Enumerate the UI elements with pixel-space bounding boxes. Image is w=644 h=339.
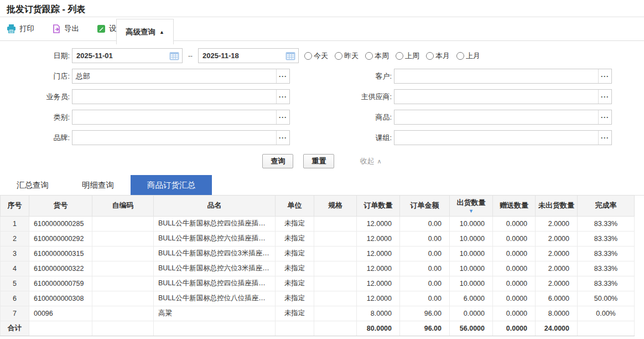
table-row[interactable]: 16100000000285BULL公牛新国标总控四位插座插排插...未指定12… [1, 216, 635, 231]
col-header-shipped-qty[interactable]: 出货数量 ▼ [450, 196, 493, 216]
collapse-label: 收起 [360, 156, 374, 166]
total-shipped-qty-cell: 56.0000 [450, 321, 493, 336]
filter-field-store: 门店:··· [0, 69, 322, 84]
order-amount-cell: 0.00 [400, 246, 450, 261]
customer-input[interactable] [394, 69, 598, 83]
col-header-index[interactable]: 序号 [1, 196, 29, 216]
quick-range-today[interactable]: 今天 [304, 51, 328, 61]
order-amount-cell: 0.00 [400, 261, 450, 276]
self-code-cell [92, 246, 154, 261]
col-header-completion-rate[interactable]: 完成率 [578, 196, 635, 216]
main-supplier-ellipsis-button[interactable]: ··· [598, 90, 611, 104]
filter-actions-row: 查询 重置 收起 ∧ [0, 151, 644, 175]
tab-product-order-summary[interactable]: 商品订货汇总 [131, 175, 212, 195]
item-no-cell: 6100000000759 [29, 276, 92, 291]
spec-cell [314, 306, 357, 321]
product-name-cell: BULL公牛新国标总控四位插座插排插... [154, 276, 276, 291]
quick-range-this-week[interactable]: 本周 [365, 51, 389, 61]
customer-ellipsis-button[interactable]: ··· [598, 69, 611, 83]
col-header-order-amount[interactable]: 订单金额 [400, 196, 450, 216]
quick-range-label: 本月 [435, 51, 450, 61]
col-header-unit[interactable]: 单位 [276, 196, 314, 216]
col-header-gift-qty[interactable]: 赠送数量 [493, 196, 536, 216]
advanced-query-toggle[interactable]: 高级查询 ▲ [116, 19, 174, 44]
sort-desc-icon[interactable]: ▼ [452, 209, 490, 213]
quick-range-yesterday[interactable]: 昨天 [335, 51, 359, 61]
quick-range-last-week-radio[interactable] [396, 52, 403, 60]
filter-row: 业务员:···主供应商:··· [0, 89, 644, 104]
item-no-cell: 6100000000308 [29, 291, 92, 306]
quick-range-yesterday-radio[interactable] [335, 52, 342, 60]
total-self-code-cell [92, 321, 154, 336]
quick-range-this-week-radio[interactable] [365, 52, 373, 60]
quick-range-last-month-radio[interactable] [456, 52, 464, 60]
product-ellipsis-button[interactable]: ··· [598, 110, 611, 124]
category-ellipsis-button[interactable]: ··· [276, 110, 289, 124]
unit-cell: 未指定 [276, 231, 314, 246]
export-button[interactable]: 导出 [52, 24, 79, 34]
col-header-order-qty[interactable]: 订单数量 [357, 196, 400, 216]
brand-lookup: ··· [72, 130, 290, 145]
main-supplier-input[interactable] [394, 90, 598, 104]
class-group-input[interactable] [394, 131, 598, 145]
quick-range-last-month[interactable]: 上月 [456, 51, 480, 61]
shipped-qty-cell: 10.0000 [450, 261, 493, 276]
tab-summary-query[interactable]: 汇总查询 [0, 175, 65, 195]
titlebar: 批发订货跟踪 - 列表 [0, 0, 644, 17]
item-no-cell: 6100000000285 [29, 216, 92, 231]
salesman-ellipsis-button[interactable]: ··· [276, 90, 289, 104]
quick-range-last-week[interactable]: 上周 [396, 51, 419, 61]
calendar-icon[interactable] [169, 52, 179, 63]
category-label: 类别: [0, 112, 72, 122]
quick-range-this-month[interactable]: 本月 [426, 51, 450, 61]
category-input[interactable] [72, 110, 276, 124]
col-header-self-code[interactable]: 自编码 [92, 196, 154, 216]
unit-cell: 未指定 [276, 246, 314, 261]
unit-cell: 未指定 [276, 291, 314, 306]
col-header-item-no[interactable]: 货号 [29, 196, 92, 216]
query-button[interactable]: 查询 [262, 154, 293, 168]
date-to-box [198, 48, 299, 63]
filter-row: 门店:···客户:··· [0, 69, 644, 84]
brand-input[interactable] [72, 131, 276, 145]
gift-qty-cell: 0.0000 [493, 306, 536, 321]
main-supplier-lookup: ··· [394, 89, 612, 104]
toolbar: 打印 导出 设置 高级查询 ▲ [0, 17, 644, 41]
item-no-cell: 6100000000315 [29, 246, 92, 261]
table-row[interactable]: 66100000000308BULL公牛新国标总控位八位插座插排...未指定12… [1, 291, 635, 306]
date-from-input[interactable] [72, 49, 182, 63]
product-input[interactable] [394, 110, 598, 124]
quick-range-label: 昨天 [344, 51, 359, 61]
table-row[interactable]: 36100000000315BULL公牛新国标总控四位3米插座插...未指定12… [1, 246, 635, 261]
calendar-icon[interactable] [285, 52, 295, 63]
store-lookup: ··· [72, 69, 290, 84]
salesman-input[interactable] [72, 90, 276, 104]
product-name-cell: BULL公牛新国标总控四位插座插排插... [154, 216, 276, 231]
table-row[interactable]: 700096高粱未指定8.000096.000.00000.00008.0000… [1, 306, 635, 321]
table-row[interactable]: 46100000000322BULL公牛新国标总控六位3米插座插...未指定12… [1, 261, 635, 276]
customer-lookup: ··· [394, 69, 612, 84]
table-row[interactable]: 56100000000759BULL公牛新国标总控四位插座插排插...未指定12… [1, 276, 635, 291]
brand-ellipsis-button[interactable]: ··· [276, 131, 289, 145]
col-header-unshipped-qty[interactable]: 未出货数量 [536, 196, 578, 216]
collapse-toggle[interactable]: 收起 ∧ [360, 156, 381, 166]
quick-range-today-radio[interactable] [304, 52, 312, 60]
quick-range-label: 上月 [466, 51, 480, 61]
total-completion-rate-cell [578, 321, 635, 336]
store-input[interactable] [72, 69, 276, 83]
date-from-box [72, 48, 183, 63]
date-to-input[interactable] [199, 49, 298, 63]
index-cell: 1 [1, 216, 29, 231]
print-button[interactable]: 打印 [7, 24, 34, 34]
table-row[interactable]: 26100000000292BULL公牛新国标总控六位插座插排插...未指定12… [1, 231, 635, 246]
quick-range-this-month-radio[interactable] [426, 52, 434, 60]
order-amount-cell: 0.00 [400, 231, 450, 246]
col-header-spec[interactable]: 规格 [314, 196, 357, 216]
store-ellipsis-button[interactable]: ··· [276, 69, 289, 83]
tab-detail-query[interactable]: 明细查询 [65, 175, 131, 195]
self-code-cell [92, 276, 154, 291]
col-header-product-name[interactable]: 品名 [154, 196, 276, 216]
class-group-ellipsis-button[interactable]: ··· [598, 131, 611, 145]
unshipped-qty-cell: 6.0000 [536, 291, 578, 306]
reset-button[interactable]: 重置 [303, 154, 334, 168]
